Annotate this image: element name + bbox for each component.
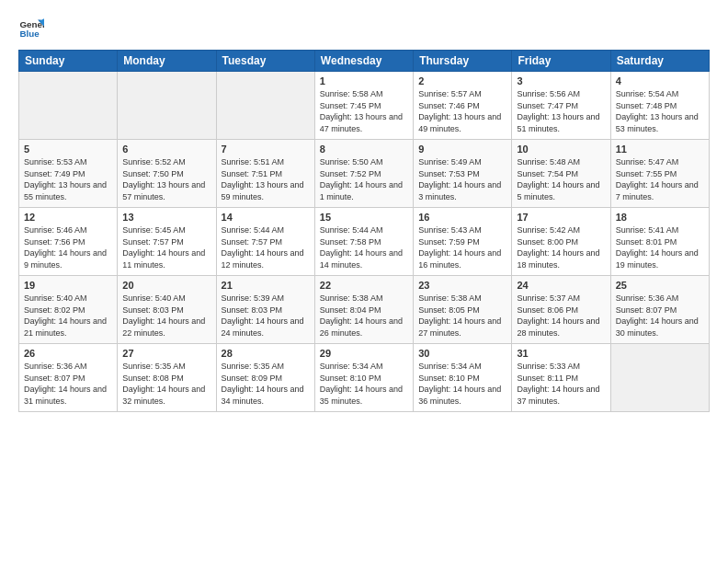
page-header: General Blue: [18, 15, 710, 40]
day-number: 27: [122, 348, 210, 359]
day-number: 25: [616, 280, 704, 291]
calendar-cell: 30Sunrise: 5:34 AMSunset: 8:10 PMDayligh…: [414, 344, 512, 412]
calendar-cell: 29Sunrise: 5:34 AMSunset: 8:10 PMDayligh…: [314, 344, 413, 412]
day-number: 24: [517, 280, 605, 291]
calendar-header-row: SundayMondayTuesdayWednesdayThursdayFrid…: [19, 51, 710, 72]
day-number: 20: [122, 280, 210, 291]
day-number: 18: [616, 212, 704, 223]
day-info: Sunrise: 5:35 AMSunset: 8:08 PMDaylight:…: [122, 361, 210, 407]
day-header-tuesday: Tuesday: [216, 51, 314, 72]
day-info: Sunrise: 5:53 AMSunset: 7:49 PMDaylight:…: [24, 156, 112, 202]
calendar-table: SundayMondayTuesdayWednesdayThursdayFrid…: [18, 50, 710, 412]
day-info: Sunrise: 5:48 AMSunset: 7:54 PMDaylight:…: [517, 156, 605, 202]
day-header-wednesday: Wednesday: [314, 51, 413, 72]
day-info: Sunrise: 5:50 AMSunset: 7:52 PMDaylight:…: [320, 156, 408, 202]
day-info: Sunrise: 5:34 AMSunset: 8:10 PMDaylight:…: [418, 361, 506, 407]
day-number: 22: [320, 280, 408, 291]
calendar-cell: [19, 72, 118, 140]
calendar-cell: 20Sunrise: 5:40 AMSunset: 8:03 PMDayligh…: [118, 276, 216, 344]
calendar-cell: 12Sunrise: 5:46 AMSunset: 7:56 PMDayligh…: [19, 208, 118, 276]
calendar-cell: [610, 344, 709, 412]
calendar-cell: 1Sunrise: 5:58 AMSunset: 7:45 PMDaylight…: [314, 72, 413, 140]
calendar-week-row: 5Sunrise: 5:53 AMSunset: 7:49 PMDaylight…: [19, 140, 710, 208]
calendar-cell: 16Sunrise: 5:43 AMSunset: 7:59 PMDayligh…: [414, 208, 512, 276]
day-number: 21: [222, 280, 310, 291]
calendar-cell: 31Sunrise: 5:33 AMSunset: 8:11 PMDayligh…: [512, 344, 610, 412]
day-info: Sunrise: 5:42 AMSunset: 8:00 PMDaylight:…: [517, 224, 605, 270]
day-header-saturday: Saturday: [610, 51, 709, 72]
calendar-cell: 26Sunrise: 5:36 AMSunset: 8:07 PMDayligh…: [19, 344, 118, 412]
day-info: Sunrise: 5:33 AMSunset: 8:11 PMDaylight:…: [517, 361, 605, 407]
day-info: Sunrise: 5:36 AMSunset: 8:07 PMDaylight:…: [616, 293, 704, 339]
calendar-cell: 7Sunrise: 5:51 AMSunset: 7:51 PMDaylight…: [216, 140, 314, 208]
day-number: 13: [122, 212, 210, 223]
day-number: 19: [24, 280, 112, 291]
day-number: 15: [320, 212, 408, 223]
day-header-thursday: Thursday: [414, 51, 512, 72]
calendar-cell: 21Sunrise: 5:39 AMSunset: 8:03 PMDayligh…: [216, 276, 314, 344]
day-number: 5: [24, 144, 112, 155]
calendar-cell: 15Sunrise: 5:44 AMSunset: 7:58 PMDayligh…: [314, 208, 413, 276]
calendar-cell: 28Sunrise: 5:35 AMSunset: 8:09 PMDayligh…: [216, 344, 314, 412]
calendar-cell: [216, 72, 314, 140]
day-number: 4: [616, 75, 704, 86]
calendar-week-row: 19Sunrise: 5:40 AMSunset: 8:02 PMDayligh…: [19, 276, 710, 344]
day-info: Sunrise: 5:37 AMSunset: 8:06 PMDaylight:…: [517, 293, 605, 339]
day-info: Sunrise: 5:38 AMSunset: 8:05 PMDaylight:…: [418, 293, 506, 339]
day-info: Sunrise: 5:58 AMSunset: 7:45 PMDaylight:…: [320, 88, 408, 134]
calendar-week-row: 12Sunrise: 5:46 AMSunset: 7:56 PMDayligh…: [19, 208, 710, 276]
svg-text:Blue: Blue: [19, 29, 40, 39]
day-number: 10: [517, 144, 605, 155]
day-info: Sunrise: 5:40 AMSunset: 8:02 PMDaylight:…: [24, 293, 112, 339]
calendar-cell: 19Sunrise: 5:40 AMSunset: 8:02 PMDayligh…: [19, 276, 118, 344]
calendar-cell: 22Sunrise: 5:38 AMSunset: 8:04 PMDayligh…: [314, 276, 413, 344]
calendar-cell: 18Sunrise: 5:41 AMSunset: 8:01 PMDayligh…: [610, 208, 709, 276]
calendar-cell: 6Sunrise: 5:52 AMSunset: 7:50 PMDaylight…: [118, 140, 216, 208]
day-info: Sunrise: 5:57 AMSunset: 7:46 PMDaylight:…: [418, 88, 506, 134]
day-info: Sunrise: 5:34 AMSunset: 8:10 PMDaylight:…: [320, 361, 408, 407]
day-number: 17: [517, 212, 605, 223]
calendar-cell: 2Sunrise: 5:57 AMSunset: 7:46 PMDaylight…: [414, 72, 512, 140]
day-number: 30: [418, 348, 506, 359]
calendar-cell: 17Sunrise: 5:42 AMSunset: 8:00 PMDayligh…: [512, 208, 610, 276]
day-number: 26: [24, 348, 112, 359]
calendar-cell: 13Sunrise: 5:45 AMSunset: 7:57 PMDayligh…: [118, 208, 216, 276]
day-number: 3: [517, 75, 605, 86]
calendar-cell: 24Sunrise: 5:37 AMSunset: 8:06 PMDayligh…: [512, 276, 610, 344]
day-info: Sunrise: 5:46 AMSunset: 7:56 PMDaylight:…: [24, 224, 112, 270]
day-info: Sunrise: 5:36 AMSunset: 8:07 PMDaylight:…: [24, 361, 112, 407]
day-number: 11: [616, 144, 704, 155]
calendar-cell: 14Sunrise: 5:44 AMSunset: 7:57 PMDayligh…: [216, 208, 314, 276]
day-number: 2: [418, 75, 506, 86]
day-info: Sunrise: 5:43 AMSunset: 7:59 PMDaylight:…: [418, 224, 506, 270]
day-info: Sunrise: 5:52 AMSunset: 7:50 PMDaylight:…: [122, 156, 210, 202]
day-info: Sunrise: 5:51 AMSunset: 7:51 PMDaylight:…: [222, 156, 310, 202]
day-number: 31: [517, 348, 605, 359]
day-info: Sunrise: 5:56 AMSunset: 7:47 PMDaylight:…: [517, 88, 605, 134]
day-number: 6: [122, 144, 210, 155]
calendar-page: General Blue SundayMondayTuesdayWednesda…: [0, 0, 728, 563]
day-number: 29: [320, 348, 408, 359]
calendar-cell: [118, 72, 216, 140]
calendar-cell: 8Sunrise: 5:50 AMSunset: 7:52 PMDaylight…: [314, 140, 413, 208]
calendar-cell: 25Sunrise: 5:36 AMSunset: 8:07 PMDayligh…: [610, 276, 709, 344]
calendar-cell: 10Sunrise: 5:48 AMSunset: 7:54 PMDayligh…: [512, 140, 610, 208]
day-header-sunday: Sunday: [19, 51, 118, 72]
day-info: Sunrise: 5:35 AMSunset: 8:09 PMDaylight:…: [222, 361, 310, 407]
day-info: Sunrise: 5:44 AMSunset: 7:58 PMDaylight:…: [320, 224, 408, 270]
calendar-week-row: 26Sunrise: 5:36 AMSunset: 8:07 PMDayligh…: [19, 344, 710, 412]
day-info: Sunrise: 5:41 AMSunset: 8:01 PMDaylight:…: [616, 224, 704, 270]
calendar-cell: 11Sunrise: 5:47 AMSunset: 7:55 PMDayligh…: [610, 140, 709, 208]
calendar-week-row: 1Sunrise: 5:58 AMSunset: 7:45 PMDaylight…: [19, 72, 710, 140]
day-number: 16: [418, 212, 506, 223]
day-number: 1: [320, 75, 408, 86]
calendar-cell: 27Sunrise: 5:35 AMSunset: 8:08 PMDayligh…: [118, 344, 216, 412]
calendar-cell: 4Sunrise: 5:54 AMSunset: 7:48 PMDaylight…: [610, 72, 709, 140]
day-number: 8: [320, 144, 408, 155]
day-number: 14: [222, 212, 310, 223]
day-number: 23: [418, 280, 506, 291]
day-info: Sunrise: 5:38 AMSunset: 8:04 PMDaylight:…: [320, 293, 408, 339]
day-info: Sunrise: 5:39 AMSunset: 8:03 PMDaylight:…: [222, 293, 310, 339]
logo-icon: General Blue: [18, 15, 44, 40]
day-header-friday: Friday: [512, 51, 610, 72]
